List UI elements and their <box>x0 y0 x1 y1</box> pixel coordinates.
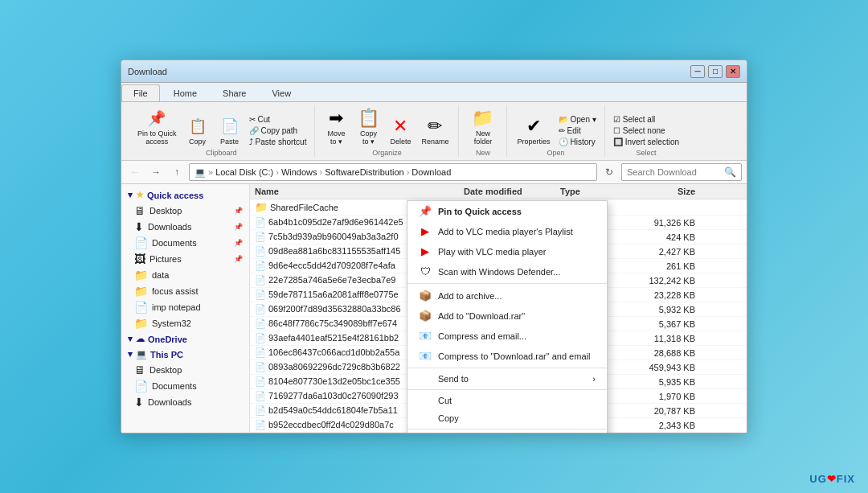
sidebar-item-pictures[interactable]: 🖼 Pictures 📌 <box>121 251 249 267</box>
maximize-button[interactable]: □ <box>708 65 723 78</box>
select-none-button[interactable]: ☐Select none <box>612 125 681 136</box>
thispc-documents-label: Documents <box>152 381 197 391</box>
sidebar-thispc-documents[interactable]: 📄 Documents <box>121 378 249 394</box>
invert-selection-button[interactable]: 🔲Invert selection <box>612 137 681 147</box>
file-icon: 📄 <box>255 376 266 386</box>
title-bar: Download ─ □ ✕ <box>121 60 747 83</box>
sidebar: ▾ ★ Quick access 🖥 Desktop 📌 ⬇ Downloads… <box>121 184 250 433</box>
ctx-cut[interactable]: Cut <box>407 392 607 409</box>
tab-view[interactable]: View <box>260 84 303 101</box>
new-label: New <box>476 149 490 157</box>
history-button[interactable]: 🕐History <box>557 137 598 147</box>
file-icon: 📄 <box>255 217 266 227</box>
title-bar-text: Download <box>128 67 690 76</box>
ctx-vlc-playlist[interactable]: ▶ Add to VLC media player's Playlist <box>407 221 607 241</box>
ctx-pin-quick-access[interactable]: 📌 Pin to Quick access <box>407 201 607 221</box>
edit-button[interactable]: ✏Edit <box>557 125 598 136</box>
ctx-create-shortcut[interactable]: Create shortcut <box>407 431 607 433</box>
ctx-vlc-play[interactable]: ▶ Play with VLC media player <box>407 241 607 261</box>
tab-file[interactable]: File <box>121 84 160 101</box>
thispc-desktop-label: Desktop <box>149 365 182 375</box>
refresh-button[interactable]: ↻ <box>600 163 618 181</box>
properties-button[interactable]: ✔ Properties <box>514 113 553 147</box>
address-bar: ← → ↑ 💻 » Local Disk (C:) › Windows › So… <box>121 161 747 184</box>
select-all-button[interactable]: ☑Select all <box>612 114 681 125</box>
move-to-button[interactable]: ➡ Moveto ▾ <box>321 105 350 147</box>
file-icon: 📄 <box>255 246 266 256</box>
ctx-add-to-download-rar[interactable]: 📦 Add to "Download.rar" <box>407 306 607 326</box>
sidebar-data-label: data <box>152 270 169 280</box>
up-button[interactable]: ↑ <box>168 163 186 181</box>
sidebar-thispc-downloads[interactable]: ⬇ Downloads <box>121 394 249 410</box>
sidebar-item-system32[interactable]: 📁 System32 <box>121 315 249 331</box>
sidebar-item-focus-assist[interactable]: 📁 focus assist <box>121 283 249 299</box>
ctx-add-to-archive[interactable]: 📦 Add to archive... <box>407 286 607 306</box>
path-windows: Windows <box>281 167 317 177</box>
ctx-compress-email[interactable]: 📧 Compress and email... <box>407 326 607 346</box>
ribbon-group-open: ✔ Properties 📂Open ▾ ✏Edit 🕐History Open <box>507 105 604 157</box>
address-path[interactable]: 💻 » Local Disk (C:) › Windows › Software… <box>189 163 597 181</box>
minimize-button[interactable]: ─ <box>690 65 705 78</box>
tab-home[interactable]: Home <box>162 84 209 101</box>
ctx-rar-label: Add to "Download.rar" <box>438 311 525 321</box>
sidebar-desktop-label: Desktop <box>149 206 182 216</box>
sidebar-item-documents[interactable]: 📄 Documents 📌 <box>121 235 249 251</box>
clipboard-buttons: 📌 Pin to Quickaccess 📋 Copy 📄 Paste ✂Cut… <box>134 105 308 147</box>
forward-button[interactable]: → <box>147 163 165 181</box>
sidebar-onedrive-header[interactable]: ▾ ☁ OneDrive <box>121 331 249 347</box>
ctx-defender-label: Scan with Windows Defender... <box>438 267 560 277</box>
open-button[interactable]: 📂Open ▾ <box>557 114 598 125</box>
delete-button[interactable]: ✕ Delete <box>386 113 415 147</box>
onedrive-chevron: ▾ <box>128 334 133 344</box>
ctx-windows-defender[interactable]: 🛡 Scan with Windows Defender... <box>407 261 607 281</box>
ctx-copy-label: Copy <box>438 413 459 423</box>
file-icon: 📄 <box>255 275 266 285</box>
search-box: 🔍 <box>621 163 742 181</box>
pictures-icon: 🖼 <box>134 253 145 265</box>
ctx-copy[interactable]: Copy <box>407 409 607 427</box>
file-icon: 📄 <box>255 290 266 299</box>
search-input[interactable] <box>627 167 721 177</box>
open-icon: 📂 <box>559 115 568 124</box>
ctx-vlc-playlist-label: Add to VLC media player's Playlist <box>438 227 573 236</box>
close-button[interactable]: ✕ <box>726 65 740 78</box>
new-folder-button[interactable]: 📁 Newfolder <box>469 105 497 147</box>
clipboard-small-buttons: ✂Cut 🔗Copy path ⤴Paste shortcut <box>248 114 309 147</box>
paste-label: Paste <box>220 138 239 146</box>
sidebar-item-desktop[interactable]: 🖥 Desktop 📌 <box>121 203 249 219</box>
quick-access-star-icon: ★ <box>136 190 144 200</box>
file-list: Name Date modified Type Size 📁SharedFile… <box>250 184 747 433</box>
pin-icon: 📌 <box>145 107 168 129</box>
cut-icon: ✂ <box>249 115 256 124</box>
sidebar-thispc-desktop[interactable]: 🖥 Desktop <box>121 362 249 378</box>
sidebar-item-downloads[interactable]: ⬇ Downloads 📌 <box>121 219 249 235</box>
paste-shortcut-icon: ⤴ <box>249 138 253 146</box>
back-button[interactable]: ← <box>126 163 144 181</box>
paste-button[interactable]: 📄 Paste <box>215 113 244 147</box>
path-sep1: » <box>208 167 213 177</box>
file-list-header: Name Date modified Type Size <box>250 184 747 199</box>
tab-share[interactable]: Share <box>211 84 258 101</box>
copy-button[interactable]: 📋 Copy <box>183 113 212 147</box>
organize-buttons: ➡ Moveto ▾ 📋 Copyto ▾ ✕ Delete ✏ Rename <box>321 105 452 147</box>
rename-button[interactable]: ✏ Rename <box>418 113 452 147</box>
sidebar-item-data[interactable]: 📁 data <box>121 267 249 283</box>
desktop-icon: 🖥 <box>134 204 145 217</box>
paste-shortcut-button[interactable]: ⤴Paste shortcut <box>248 137 309 147</box>
sidebar-focus-assist-label: focus assist <box>152 286 198 296</box>
col-header-size: Size <box>636 187 700 196</box>
open-label: Open ▾ <box>571 115 596 124</box>
cut-button[interactable]: ✂Cut <box>248 114 309 125</box>
ctx-compress-to-rar-email[interactable]: 📧 Compress to "Download.rar" and email <box>407 346 607 366</box>
ctx-send-to[interactable]: Send to › <box>407 370 607 388</box>
copy-to-button[interactable]: 📋 Copyto ▾ <box>354 105 383 147</box>
sidebar-quick-access-header[interactable]: ▾ ★ Quick access <box>121 187 249 203</box>
sidebar-thispc-header[interactable]: ▾ 💻 This PC <box>121 347 249 362</box>
sidebar-item-imp-notepad[interactable]: 📄 imp notepad <box>121 299 249 315</box>
copy-path-button[interactable]: 🔗Copy path <box>248 125 309 136</box>
thispc-documents-icon: 📄 <box>134 380 148 392</box>
sidebar-pictures-label: Pictures <box>149 254 182 264</box>
select-none-label: Select none <box>623 126 665 135</box>
path-download: Download <box>411 167 451 177</box>
pin-quick-access-button[interactable]: 📌 Pin to Quickaccess <box>134 105 180 147</box>
